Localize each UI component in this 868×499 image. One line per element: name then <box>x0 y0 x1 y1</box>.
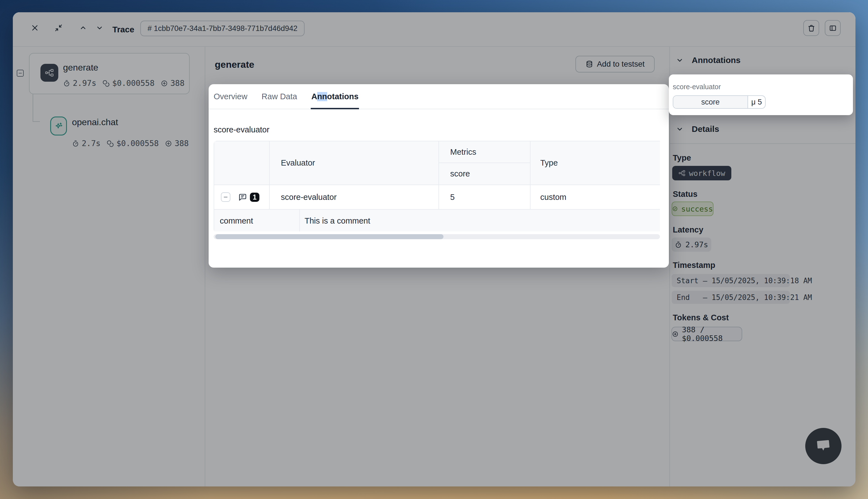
annotations-popover: score-evaluator score μ 5 <box>669 74 853 115</box>
header-metrics: Metrics <box>439 141 531 163</box>
annotations-table: Evaluator Metrics Type score 1 score-eva… <box>214 141 660 231</box>
comment-key: comment <box>214 210 300 231</box>
tab-overview[interactable]: Overview <box>213 84 248 109</box>
scrollbar-thumb[interactable] <box>215 234 444 239</box>
tab-bar: Overview Raw Data Annotations <box>209 84 669 109</box>
row-score-cell: 5 <box>439 184 531 209</box>
header-metric-score: score <box>439 163 531 184</box>
row-evaluator-cell: score-evaluator <box>270 184 439 209</box>
row-type-cell: custom <box>531 184 660 209</box>
comment-value: This is a comment <box>300 210 660 231</box>
score-metric-control[interactable]: score μ 5 <box>673 95 765 109</box>
span-detail-card: Overview Raw Data Annotations score-eval… <box>209 84 669 268</box>
comment-row: comment This is a comment <box>214 209 660 231</box>
header-type: Type <box>531 141 660 184</box>
minus-icon <box>223 194 228 200</box>
annotations-table-wrap: Evaluator Metrics Type score 1 score-eva… <box>214 141 660 231</box>
comment-icon[interactable] <box>238 193 247 202</box>
row-actions-cell: 1 <box>214 184 270 209</box>
comment-count-badge: 1 <box>250 193 260 202</box>
popover-evaluator-label: score-evaluator <box>673 83 721 91</box>
text-selection: nn <box>317 92 327 101</box>
evaluator-section-title: score-evaluator <box>214 125 269 134</box>
collapse-row-button[interactable] <box>221 192 230 202</box>
trace-window: Trace # 1cbb70e7-34a1-7bb7-3498-771b7d46… <box>13 12 855 486</box>
desktop-background: Trace # 1cbb70e7-34a1-7bb7-3498-771b7d46… <box>0 0 868 499</box>
tab-annotations[interactable]: Annotations <box>311 84 359 109</box>
table-horizontal-scrollbar[interactable] <box>214 234 660 239</box>
header-evaluator: Evaluator <box>270 141 439 184</box>
tab-raw-data[interactable]: Raw Data <box>261 84 298 109</box>
metric-mean-value: μ 5 <box>748 96 765 108</box>
metric-name-chip[interactable]: score <box>673 96 748 108</box>
header-actions <box>214 141 270 184</box>
